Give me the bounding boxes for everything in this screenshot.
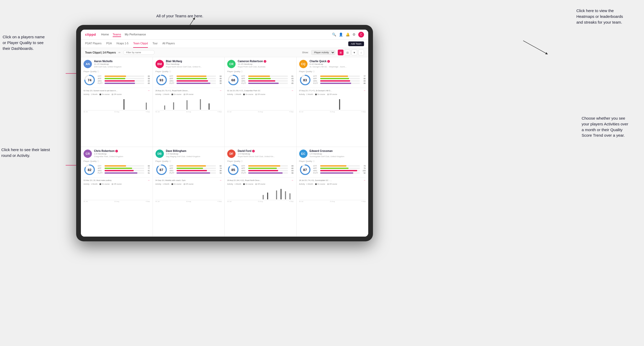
latest-round[interactable]: 07 Aug 23 | 77 (+7), St George's Hill GC… [299,88,366,92]
latest-round[interactable]: 26 Aug 23 | 84 (+12), Royal North Devon … [227,177,294,182]
player-name[interactable]: David Ford ✓ [238,150,294,152]
search-icon[interactable]: 🔍 [332,33,336,36]
player-avatar[interactable]: DB [155,150,164,158]
donut-chart[interactable]: 82 [84,164,96,176]
chart-labels: 31 Jul21 Aug4 Sep [84,201,150,202]
player-name[interactable]: Chris Robertson ✓ [94,150,150,152]
filter-input[interactable] [123,50,155,55]
chart-label: 31 Jul [227,201,231,202]
player-avatar[interactable]: BM [155,60,164,68]
off-course-legend: Off course [255,183,265,185]
player-avatar[interactable]: DF [227,150,236,158]
quality-label: Player Quality ⓘ [227,70,294,73]
activity-header: Activity · 1 Month On course Off course [299,93,366,95]
chart-label: 21 Aug [258,201,263,202]
stat-label: OTT [170,165,175,167]
add-team-button[interactable]: Add Team [348,41,364,46]
nav-teams[interactable]: Teams [113,32,121,37]
donut-chart[interactable]: 68 [227,74,239,86]
off-course-legend: Off course [255,93,265,95]
quality-label: Player Quality ⓘ [155,160,222,163]
donut-chart[interactable]: 85 [227,164,239,176]
chart-label: 31 Jul [299,111,303,113]
latest-round[interactable]: 26 Aug 23 | 73 (+1), Royal North Devon G… [155,88,222,92]
player-name[interactable]: Cameron Robertson ✓ [238,60,294,63]
stat-value: 89 [289,165,294,167]
on-course-dot [243,183,245,185]
avatar[interactable]: C [358,32,364,38]
player-avatar[interactable]: AN [84,60,92,68]
settings-icon[interactable]: ⚙ [352,33,356,36]
bell-icon[interactable]: 🔔 [346,33,350,36]
sub-nav-all-players[interactable]: All Players [162,40,175,48]
edit-icon[interactable]: ✏ [118,51,121,54]
off-course-label: Off course [114,183,122,185]
show-select[interactable]: Player Activity [311,50,335,55]
player-name[interactable]: Aaron Nicholls [94,60,150,63]
stat-row: ARG 83 [241,170,294,172]
donut-chart[interactable]: 87 [155,164,168,176]
stat-bar-bg [248,76,288,77]
sort-button[interactable]: ↕ [358,50,364,55]
latest-round[interactable]: 02 Jul 23 | 59 (+17), Craigmillar Park G… [227,88,294,92]
stat-row: PUTT 91 [98,172,150,174]
annotation-bottom-right: Choose whether you seeyour players Activ… [581,115,628,138]
player-avatar[interactable]: CQ [299,60,308,68]
stat-label: ARG [241,80,247,82]
sub-nav-tour[interactable]: Tour [153,40,158,48]
player-score: 74 [88,78,91,82]
on-course-legend: On course [100,183,110,185]
donut-chart[interactable]: 93 [155,74,168,86]
user-icon[interactable]: 👤 [339,33,343,36]
annotation-left-top: Click on a players nameor Player Quality… [3,34,45,51]
donut-chart[interactable]: 87 [299,164,311,176]
stat-row: OTT 73 [313,165,366,167]
latest-round[interactable]: 18 Jul 23 | 74 (+3), Sunningdale GC - Ol… [299,177,366,182]
stat-value: 74 [217,167,222,169]
stat-bar [248,78,271,79]
latest-round[interactable]: 03 Mar 23 | 19, Must make putting → [84,177,150,182]
chart-bar [186,100,188,110]
sub-nav-pgat[interactable]: PGAT Players [85,40,101,48]
stat-row: ARG 75 [241,80,294,82]
player-name[interactable]: Charlie Quick ✓ [310,60,366,63]
stat-row: OTT 84 [170,75,222,77]
annotation-left-bottom: Click here to see their latestround or A… [1,147,50,158]
sub-nav-pga[interactable]: PGA [106,40,112,48]
grid-view-button[interactable]: ⊞ [338,50,344,55]
player-club: Royal North Devon Golf Club, United Kin.… [238,155,280,158]
player-avatar[interactable]: EC [299,150,308,158]
player-avatar[interactable]: CR [84,150,92,158]
chart-bar-group [267,193,271,199]
player-handicap: 11-15 Handicap [94,63,150,65]
off-course-legend: Off course [184,183,194,185]
stats-container: OTT 82 APP 74 [170,165,222,174]
player-name[interactable]: Blair McHarg [166,60,222,63]
stat-label: OTT [241,75,247,77]
stat-bar [248,83,279,84]
latest-round[interactable]: 02 Sep 23 | Sunset round to get back int… [84,88,150,92]
activity-title: Activity · 1 Month [227,93,241,95]
donut-chart[interactable]: 74 [84,74,96,86]
off-course-legend: Off course [112,93,122,95]
player-name[interactable]: Edward Crossman [310,150,366,152]
nav-my-performance[interactable]: My Performance [125,32,146,37]
sub-nav-hcaps[interactable]: Hcaps 1-5 [117,40,129,48]
stat-label: ARG [98,80,103,82]
donut-chart[interactable]: 83 [299,74,311,86]
stat-label: PUTT [98,172,103,174]
player-name[interactable]: Dave Billingham [166,150,222,152]
stat-row: APP 74 [170,167,222,169]
chart-bar-group [285,191,289,199]
filter-button[interactable]: ▼ [351,50,357,55]
activity-section: Activity · 1 Month On course Off course [84,93,150,113]
stat-bar-bg [320,78,360,79]
latest-round[interactable]: 04 Sep 23 | Mobility with coach, Gym → [155,177,222,182]
sub-nav-team-clippd[interactable]: Team Clippd [133,40,148,48]
list-view-button[interactable]: ⊟ [345,50,350,55]
chart-bar [263,195,264,199]
chart-label: 21 Aug [186,111,191,113]
on-course-legend: On course [100,93,110,95]
nav-home[interactable]: Home [101,32,109,37]
player-avatar[interactable]: CR [227,60,236,68]
